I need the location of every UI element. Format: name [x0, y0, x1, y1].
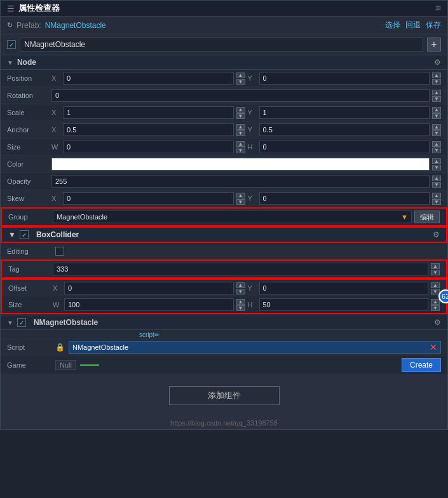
skew-row: 2 Skew X ▲▼ Y ▲▼	[1, 190, 447, 207]
offset-y-spin[interactable]: ▲▼	[431, 282, 440, 294]
nmagnet-enable-checkbox[interactable]	[17, 318, 26, 327]
script-link[interactable]: script✏	[139, 331, 160, 338]
size-w-input[interactable]	[63, 141, 234, 153]
collider-w-input[interactable]	[64, 298, 234, 311]
tag-fields: ▲▼	[53, 263, 440, 275]
add-component-btn[interactable]: 添加组件	[169, 386, 280, 405]
add-component-icon-btn[interactable]: +	[427, 38, 441, 52]
group-label: Group	[8, 213, 53, 221]
prefab-icon: ↻	[7, 21, 13, 29]
skew-y-spin[interactable]: ▲▼	[432, 193, 441, 205]
skew-x-input[interactable]	[63, 192, 234, 205]
anchor-fields: X ▲▼ Y ▲▼	[51, 123, 441, 136]
component-enable-checkbox[interactable]	[7, 40, 16, 49]
size-h-input[interactable]	[259, 141, 430, 153]
script-value: NMagnetObstacle	[72, 343, 128, 351]
pos-x-spin[interactable]: ▲▼	[236, 73, 245, 85]
color-swatch[interactable]	[51, 158, 430, 170]
script-clear-icon[interactable]: ✕	[430, 342, 437, 352]
rotation-label: Rotation	[7, 92, 51, 99]
group-edit-btn[interactable]: 编辑	[414, 211, 440, 223]
skew-y-label: Y	[248, 195, 257, 202]
node-size-fields: W ▲▼ H ▲▼	[51, 141, 441, 153]
pos-y-input[interactable]	[259, 72, 430, 85]
opacity-label: Opacity	[7, 177, 51, 185]
node-size-row: Size W ▲▼ H ▲▼	[1, 139, 447, 156]
pos-x-label: X	[51, 74, 60, 82]
nmagnet-label: NMagnetObstacle	[34, 318, 98, 327]
group-row: Group MagnetObstacle ▼ 编辑	[1, 207, 447, 226]
skew-fields: X ▲▼ Y ▲▼	[51, 192, 441, 205]
skew-y-input[interactable]	[259, 192, 430, 205]
prefab-back-btn[interactable]: 回退	[405, 20, 421, 31]
size-h-spin[interactable]: ▲▼	[432, 141, 441, 153]
opacity-row: Opacity ▲▼	[1, 173, 447, 190]
rotation-spin[interactable]: ▲▼	[432, 90, 441, 102]
color-label: Color	[7, 160, 51, 168]
script-row: Script 🔒 NMagnetObstacle ✕	[1, 339, 447, 356]
collider-w-spin[interactable]: ▲▼	[236, 299, 245, 311]
collider-w-label: W	[53, 301, 62, 308]
create-btn[interactable]: Create	[402, 358, 441, 372]
anchor-x-spin[interactable]: ▲▼	[236, 124, 245, 136]
component-name-input[interactable]	[20, 38, 423, 52]
collider-h-input[interactable]	[259, 298, 429, 311]
anchor-x-input[interactable]	[63, 123, 234, 136]
size-w-label: W	[51, 143, 60, 151]
script-field[interactable]: NMagnetObstacle ✕	[69, 341, 441, 354]
prefab-save-btn[interactable]: 保存	[426, 20, 441, 31]
color-fields: ▲▼	[51, 158, 441, 170]
color-spin[interactable]: ▲▼	[432, 158, 441, 170]
editing-checkbox[interactable]	[55, 247, 64, 256]
group-dropdown-value: MagnetObstacle	[57, 213, 107, 221]
node-section-header[interactable]: ▼ Node ⚙	[1, 55, 447, 70]
position-row: Position X ▲▼ Y ▲▼	[1, 70, 447, 87]
offset-row: Offset X ▲▼ Y ▲▼	[2, 280, 446, 296]
game-null-badge: Null	[55, 360, 76, 370]
position-fields: X ▲▼ Y ▲▼	[51, 72, 441, 85]
menu-dots-icon[interactable]: ≡	[435, 3, 441, 14]
tag-spin[interactable]: ▲▼	[431, 263, 440, 275]
opacity-input[interactable]	[51, 175, 430, 188]
pos-y-spin[interactable]: ▲▼	[432, 73, 441, 85]
boxcollider-enable-checkbox[interactable]	[20, 230, 29, 239]
scale-x-input[interactable]	[63, 106, 234, 119]
boxcollider-gear-icon[interactable]: ⚙	[433, 230, 440, 239]
rotation-input[interactable]	[51, 89, 430, 102]
collider-h-spin[interactable]: ▲▼	[431, 299, 440, 311]
node-gear-icon[interactable]: ⚙	[434, 58, 441, 67]
scale-label: Scale	[7, 109, 51, 116]
script-label-row: script✏	[1, 330, 447, 339]
editing-label: Editing	[7, 247, 51, 255]
boxcollider-label: BoxCollider	[36, 230, 79, 239]
prefab-bar: ↻ Prefab: NMagnetObstacle 选择 回退 保存	[1, 17, 447, 34]
offset-y-input[interactable]	[259, 282, 429, 294]
rotation-fields: ▲▼	[51, 89, 441, 102]
add-component-container: 添加组件	[1, 375, 447, 417]
anchor-y-input[interactable]	[259, 123, 430, 136]
opacity-spin[interactable]: ▲▼	[432, 176, 441, 188]
node-label: Node	[17, 58, 36, 67]
scale-row: Scale X ▲▼ Y ▲▼	[1, 104, 447, 121]
collider-size-row: 4 Size W ▲▼ H ▲▼	[2, 296, 446, 313]
offset-x-spin[interactable]: ▲▼	[236, 282, 245, 294]
scale-y-input[interactable]	[259, 106, 430, 119]
script-label: Script	[7, 343, 51, 351]
pos-x-input[interactable]	[63, 72, 234, 85]
scale-x-spin[interactable]: ▲▼	[236, 107, 245, 119]
offset-x-input[interactable]	[64, 282, 234, 294]
node-arrow-icon: ▼	[7, 59, 13, 66]
nmagnet-section: ▼ NMagnetObstacle ⚙ script✏ Script 🔒 NMa…	[1, 315, 447, 375]
skew-x-spin[interactable]: ▲▼	[236, 193, 245, 205]
boxcollider-header[interactable]: ▼ BoxCollider ⚙	[1, 226, 447, 243]
pos-y-label: Y	[248, 74, 257, 82]
size-w-spin[interactable]: ▲▼	[236, 141, 245, 153]
scale-y-spin[interactable]: ▲▼	[432, 107, 441, 119]
tag-input[interactable]	[53, 263, 428, 275]
nmagnet-gear-icon[interactable]: ⚙	[434, 318, 441, 327]
anchor-y-spin[interactable]: ▲▼	[432, 124, 441, 136]
prefab-name: NMagnetObstacle	[45, 21, 106, 30]
prefab-select-btn[interactable]: 选择	[385, 20, 400, 31]
nmagnet-section-header[interactable]: ▼ NMagnetObstacle ⚙	[1, 315, 447, 330]
group-dropdown[interactable]: MagnetObstacle ▼	[53, 211, 412, 223]
